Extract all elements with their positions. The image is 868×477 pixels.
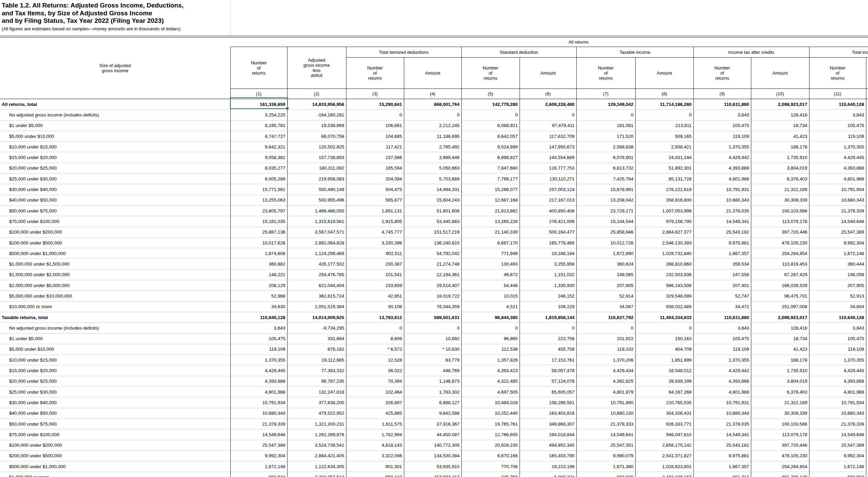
cell[interactable]	[866, 387, 868, 397]
row-label[interactable]: $100,000 under $200,000	[0, 227, 230, 237]
column-number[interactable]: (4)	[404, 89, 461, 99]
cell[interactable]: 1,007,053,999	[635, 205, 693, 216]
cell[interactable]: 4,745,777	[346, 227, 404, 237]
cell[interactable]: 455,759	[520, 344, 576, 354]
column-subheader[interactable]: Amount	[751, 58, 809, 89]
column-subheader[interactable]: Number of returns	[693, 58, 751, 89]
cell[interactable]: 4,801,988	[693, 174, 751, 184]
cell[interactable]: 148,056	[809, 269, 866, 280]
cell[interactable]: 1,357,826	[461, 355, 520, 365]
cell[interactable]	[866, 248, 868, 259]
cell[interactable]: 566,143,508	[635, 280, 693, 291]
cell[interactable]: 11,404,334,633	[635, 312, 693, 322]
cell[interactable]: * 10,830	[404, 344, 461, 354]
cell[interactable]: 278,222,619	[635, 184, 693, 195]
cell[interactable]: 668,001,764	[404, 99, 461, 110]
cell[interactable]: 21,378,339	[809, 205, 866, 216]
cell[interactable]: 36,022	[346, 365, 404, 376]
cell[interactable]: 550,490,149	[287, 184, 346, 195]
cell[interactable]: 398,810,860	[635, 259, 693, 269]
cell[interactable]: 1,672,890	[576, 248, 635, 259]
cell[interactable]: 397,720,446	[751, 440, 809, 450]
cell[interactable]: 23,729,171	[576, 205, 635, 216]
column-subheader[interactable]: Amount	[635, 58, 693, 89]
cell[interactable]: 3,843	[693, 110, 751, 120]
cell[interactable]	[866, 323, 868, 333]
cell[interactable]: 251,097,008	[751, 301, 809, 312]
cell[interactable]: 41,423	[751, 344, 809, 354]
cell[interactable]: 25,547,389	[230, 440, 287, 450]
cell[interactable]: 13,265,228	[461, 216, 520, 227]
cell[interactable]: 100,103,566	[751, 418, 809, 429]
cell[interactable]: 158,286,581	[520, 397, 576, 408]
column-number[interactable]: (5)	[461, 89, 520, 99]
row-label[interactable]: $2,000,000 under $5,000,000	[0, 280, 230, 291]
cell[interactable]: 53,445,883	[404, 216, 461, 227]
cell[interactable]: 4,429,442	[693, 365, 751, 376]
cell[interactable]: 113,079,178	[751, 429, 809, 440]
cell[interactable]: 142,779,280	[461, 99, 520, 110]
cell[interactable]: 105,475	[809, 333, 866, 344]
cell[interactable]: 18,734	[751, 333, 809, 344]
cell[interactable]: 1,667,357	[693, 248, 751, 259]
cell[interactable]: 264,018,844	[520, 429, 576, 440]
cell[interactable]: 97,479,411	[520, 120, 576, 131]
cell[interactable]	[866, 450, 868, 461]
cell[interactable]: 207,401	[693, 280, 751, 291]
cell[interactable]: 979,156,790	[635, 216, 693, 227]
cell[interactable]	[866, 259, 868, 269]
column-number[interactable]: (9)	[693, 89, 751, 99]
cell[interactable]: 54,792,042	[404, 248, 461, 259]
cell[interactable]: 181,081	[576, 120, 635, 131]
cell[interactable]: 621,044,404	[287, 280, 346, 291]
cell[interactable]	[866, 461, 868, 472]
cell[interactable]: 9,642,321	[230, 142, 287, 152]
cell[interactable]: 4,393,888	[809, 163, 866, 173]
cell[interactable]: 25,547,351	[576, 440, 635, 450]
cell[interactable]: 18,734	[751, 120, 809, 131]
cell[interactable]: 117,421	[346, 142, 404, 152]
cell[interactable]: 803,520	[576, 472, 635, 477]
cell[interactable]: 96,475,701	[751, 291, 809, 301]
cell[interactable]: 14,549,648	[230, 429, 287, 440]
cell[interactable]: 148,065	[576, 269, 635, 280]
cell[interactable]	[866, 355, 868, 365]
cell[interactable]: 23,805,797	[230, 205, 287, 216]
cell[interactable]: 4,429,442	[693, 152, 751, 163]
cell[interactable]: 20,928,230	[461, 440, 520, 450]
cell[interactable]: 134,530,384	[404, 450, 461, 461]
cell[interactable]: 3,843	[230, 323, 287, 333]
cell[interactable]: 3,330,396	[346, 237, 404, 248]
row-label[interactable]: $100,000 under $200,000	[0, 440, 230, 450]
span-header-all-returns[interactable]: All returns	[230, 37, 868, 47]
cell[interactable]	[866, 216, 868, 227]
cell[interactable]: 1,370,355	[693, 142, 751, 152]
cell[interactable]: 359,534	[693, 259, 751, 269]
cell[interactable]: 1,466,486,055	[287, 205, 346, 216]
cell[interactable]: 254,284,854	[751, 461, 809, 472]
cell[interactable]: 44,450,087	[404, 429, 461, 440]
row-label[interactable]: $15,000 under $20,000	[0, 152, 230, 163]
cell[interactable]: 10,464,028	[461, 397, 520, 408]
cell[interactable]: 479,522,952	[287, 408, 346, 418]
cell[interactable]: 70,394	[346, 376, 404, 386]
cell[interactable]: 0	[461, 110, 520, 120]
cell[interactable]: 1,915,805	[346, 216, 404, 227]
cell[interactable]: 157,566	[346, 152, 404, 163]
cell[interactable]: 15,678,991	[576, 184, 635, 195]
cell[interactable]: 65,605,057	[520, 387, 576, 397]
cell[interactable]: 1,891,131	[346, 205, 404, 216]
cell[interactable]: 13,208,042	[576, 195, 635, 205]
cell[interactable]: 10,015	[461, 291, 520, 301]
cell[interactable]: 1,028,823,801	[635, 461, 693, 472]
cell[interactable]: 1,672,148	[230, 461, 287, 472]
cell[interactable]: 9,990,079	[576, 450, 635, 461]
cell[interactable]: 2,463,429,167	[635, 472, 693, 477]
cell[interactable]: 435,177,502	[287, 259, 346, 269]
cell[interactable]: 8,088,921	[461, 120, 520, 131]
cell[interactable]: 7,847,660	[461, 163, 520, 173]
cell[interactable]: 21,378,339	[809, 418, 866, 429]
cell[interactable]: 64,167,268	[635, 387, 693, 397]
cell[interactable]: 13,255,063	[230, 195, 287, 205]
cell[interactable]: 1,321,300,231	[287, 418, 346, 429]
